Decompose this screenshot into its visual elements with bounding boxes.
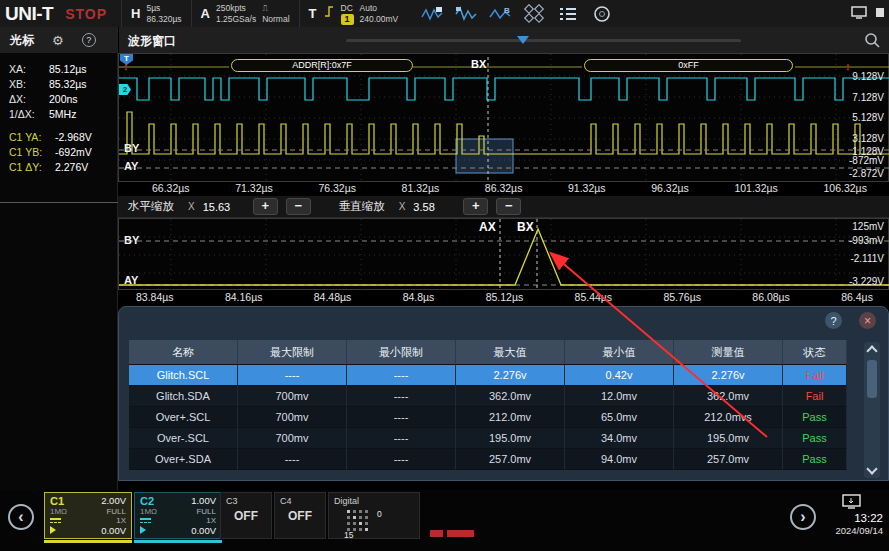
topbar-right-icons bbox=[851, 0, 889, 27]
table-row[interactable]: Over+.SCL 700mv ---- 212.0mv 65.0mv 212.… bbox=[129, 407, 847, 428]
clock-time: 13:22 bbox=[835, 512, 883, 525]
volt-label: 7.128V bbox=[852, 92, 884, 103]
cursor-ay-label: AY bbox=[124, 160, 138, 172]
trigger-level-offscreen-icon: ↕ bbox=[123, 60, 129, 72]
h-zoom-out-button[interactable]: − bbox=[286, 198, 311, 215]
volt-label: -872mV bbox=[849, 155, 884, 166]
volt-label: 125mV bbox=[852, 221, 884, 232]
position-slider-track[interactable] bbox=[346, 39, 741, 42]
channel2-offset: 0.00V bbox=[191, 525, 216, 536]
channel2-label: C2 bbox=[140, 495, 191, 507]
activity-indicator-bar bbox=[447, 530, 474, 537]
position-slider-handle[interactable] bbox=[517, 36, 529, 44]
zoom-toolbar: 水平缩放 X 15.63 + − 垂直缩放 X 3.58 + − bbox=[118, 196, 889, 218]
time-tick: 85.76µs bbox=[663, 291, 701, 305]
cursor-readout-c1dy: C1 ΔY:2.276V bbox=[0, 159, 117, 174]
table-row[interactable]: Glitch.SDA 700mv ---- 362.0mv 12.0mv 362… bbox=[129, 386, 847, 407]
channel1-box[interactable]: C1 2.00V 1MΩ FULL 1X 0.00V bbox=[44, 492, 132, 539]
clock-date: 2024/09/14 bbox=[835, 525, 883, 537]
time-tick: 84.8µs bbox=[403, 291, 435, 305]
main-waveform-canvas bbox=[119, 54, 889, 183]
table-row[interactable]: Glitch.SCL ---- ---- 2.276v 0.42v 2.276v… bbox=[129, 365, 847, 386]
main-waveform-window[interactable]: ADDR[R]:0x7F 0xFF BX BY AY T 2 ↕ ↕ 9.128… bbox=[118, 53, 889, 182]
page-left-button[interactable]: ‹ bbox=[8, 504, 34, 530]
h-zoom-in-button[interactable]: + bbox=[253, 198, 278, 215]
channel1-label: C1 bbox=[50, 495, 101, 507]
trigger-mode: Auto bbox=[360, 3, 399, 14]
channel1-color-strip bbox=[44, 540, 132, 543]
acquire-key: A bbox=[201, 6, 210, 21]
limit-test-table: 名称 最大限制 最小限制 最大值 最小值 测量值 状态 Glitch.SCL -… bbox=[129, 340, 847, 470]
page-right-button[interactable]: › bbox=[790, 504, 816, 530]
channel2-probe: 1X bbox=[191, 516, 216, 525]
table-row[interactable]: Over+.SDA ---- ---- 257.0mv 94.0mv 257.0… bbox=[129, 449, 847, 470]
wave-display-icon[interactable] bbox=[419, 3, 445, 24]
time-tick: 76.32µs bbox=[318, 182, 356, 196]
horizontal-scale: 5µs bbox=[146, 3, 181, 14]
scroll-down-icon[interactable] bbox=[866, 463, 877, 474]
cursor-readout-xb: XB:85.32µs bbox=[0, 76, 117, 91]
table-scrollbar[interactable] bbox=[864, 342, 880, 478]
col-header: 最大限制 bbox=[238, 340, 347, 365]
status-badge: Fail bbox=[783, 365, 847, 386]
dc-coupling-icon bbox=[140, 518, 151, 523]
screenshot-icon[interactable] bbox=[842, 494, 862, 514]
time-tick: 86.08µs bbox=[752, 291, 790, 305]
list-menu-icon[interactable] bbox=[555, 3, 581, 24]
channel2-scale: 1.00V bbox=[191, 495, 216, 507]
time-tick: 71.32µs bbox=[235, 182, 273, 196]
v-zoom-out-button[interactable]: − bbox=[496, 198, 521, 215]
bottom-channel-bar: ‹ C1 2.00V 1MΩ FULL 1X 0.00V C2 1.00V 1M… bbox=[0, 490, 889, 551]
channel2-bandwidth: FULL bbox=[191, 507, 216, 516]
channel1-scale: 2.00V bbox=[101, 495, 126, 507]
trigger-coupling: DC bbox=[341, 3, 354, 14]
channel2-box[interactable]: C2 1.00V 1MΩ FULL 1X 0.00V bbox=[134, 492, 222, 539]
v-zoom-in-button[interactable]: + bbox=[463, 198, 488, 215]
time-tick: 106.32µs bbox=[823, 182, 866, 196]
lens-icon[interactable] bbox=[589, 3, 615, 24]
acquire-mode: Normal bbox=[262, 14, 289, 25]
checker-grid-icon[interactable] bbox=[521, 3, 547, 24]
channel3-box[interactable]: C3 OFF bbox=[220, 492, 272, 539]
channel2-color-strip bbox=[134, 540, 222, 543]
cursor-readout-c1ya: C1 YA:-2.968V bbox=[0, 129, 117, 144]
horizontal-settings[interactable]: H 5µs 86.320µs bbox=[121, 0, 191, 27]
wave-b-icon[interactable]: B bbox=[487, 3, 513, 24]
run-stop-status[interactable]: STOP bbox=[59, 0, 121, 27]
time-tick: 86.4µs bbox=[841, 291, 873, 305]
table-row[interactable]: Over-.SCL 700mv ---- 195.0mv 34.0mv 195.… bbox=[129, 428, 847, 449]
col-header: 最小值 bbox=[565, 340, 674, 365]
trigger-settings[interactable]: T DC 1 Auto 240.00mV bbox=[299, 0, 408, 27]
panel-help-icon[interactable]: ? bbox=[825, 312, 842, 329]
digital-channels-box[interactable]: Digital 0 15 bbox=[328, 492, 420, 539]
time-tick: 83.84µs bbox=[136, 291, 174, 305]
activity-indicator-bar bbox=[430, 530, 443, 537]
corner-icon[interactable] bbox=[875, 5, 885, 23]
digital-first-channel: 0 bbox=[377, 509, 382, 519]
col-header: 最小限制 bbox=[347, 340, 456, 365]
scrollbar-thumb[interactable] bbox=[867, 360, 877, 398]
storage-icon[interactable] bbox=[851, 5, 867, 23]
sidebar-help-icon[interactable]: ? bbox=[82, 33, 96, 47]
channel1-impedance: 1MΩ bbox=[50, 507, 101, 516]
trigger-level-offscreen-icon: ↕ bbox=[845, 60, 851, 72]
toolbar-icons: B bbox=[407, 0, 615, 27]
wave-math-icon[interactable] bbox=[453, 3, 479, 24]
acquire-settings[interactable]: A 250kpts 1.25GSa/s ⎍ Normal bbox=[191, 0, 299, 27]
memory-depth: 250kpts bbox=[216, 3, 256, 14]
horizontal-position: 86.320µs bbox=[146, 14, 181, 25]
cursor-by-label: BY bbox=[124, 234, 139, 246]
channel4-box[interactable]: C4 OFF bbox=[274, 492, 326, 539]
digital-label: Digital bbox=[334, 496, 359, 506]
search-icon[interactable] bbox=[864, 32, 881, 53]
col-header: 测量值 bbox=[674, 340, 783, 365]
time-tick: 101.32µs bbox=[734, 182, 777, 196]
zoom-waveform-window[interactable]: AX BX BY AY 125mV -993mV -2.111V -3.229V bbox=[118, 218, 889, 290]
gear-icon[interactable]: ⚙ bbox=[52, 33, 64, 48]
close-icon[interactable]: × bbox=[859, 312, 876, 329]
cursor-readout-c1yb: C1 YB:-692mV bbox=[0, 144, 117, 159]
scroll-up-icon[interactable] bbox=[866, 345, 877, 356]
waveform-window-title: 波形窗口 bbox=[128, 33, 176, 50]
v-zoom-x: X bbox=[399, 201, 406, 212]
cursor-bx-label: BX bbox=[471, 58, 486, 70]
